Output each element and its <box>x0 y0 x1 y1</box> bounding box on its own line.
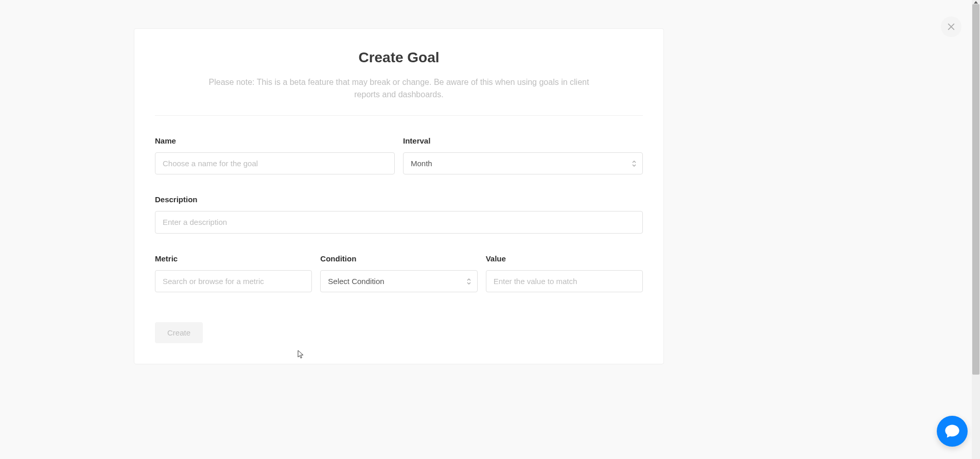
metric-label: Metric <box>155 254 312 263</box>
modal-title: Create Goal <box>196 49 602 66</box>
modal-header: Create Goal Please note: This is a beta … <box>155 29 643 116</box>
svg-marker-2 <box>974 1 978 4</box>
create-button[interactable]: Create <box>155 322 203 343</box>
modal-subtitle: Please note: This is a beta feature that… <box>196 76 602 101</box>
condition-field-group: Condition Select Condition <box>320 254 477 292</box>
metric-input[interactable] <box>155 270 312 292</box>
description-field-group: Description <box>155 195 643 234</box>
name-input[interactable] <box>155 152 395 174</box>
metric-field-group: Metric <box>155 254 312 292</box>
chat-icon <box>944 423 960 439</box>
close-button[interactable] <box>941 16 961 37</box>
scrollbar-thumb[interactable] <box>972 4 979 375</box>
interval-select[interactable]: Month <box>403 152 643 174</box>
condition-label: Condition <box>320 254 477 263</box>
condition-select[interactable]: Select Condition <box>320 270 477 292</box>
description-input[interactable] <box>155 211 643 234</box>
close-icon <box>946 22 956 32</box>
value-input[interactable] <box>486 270 643 292</box>
scrollbar-arrow-up-icon <box>973 0 979 4</box>
scrollbar[interactable] <box>972 0 980 459</box>
value-label: Value <box>486 254 643 263</box>
goal-form: Name Interval Month Descriptio <box>134 116 663 343</box>
chat-widget-button[interactable] <box>937 416 968 447</box>
description-label: Description <box>155 195 643 204</box>
create-goal-modal: Create Goal Please note: This is a beta … <box>134 28 664 364</box>
name-label: Name <box>155 136 395 145</box>
interval-label: Interval <box>403 136 643 145</box>
name-field-group: Name <box>155 136 395 174</box>
interval-field-group: Interval Month <box>403 136 643 174</box>
value-field-group: Value <box>486 254 643 292</box>
